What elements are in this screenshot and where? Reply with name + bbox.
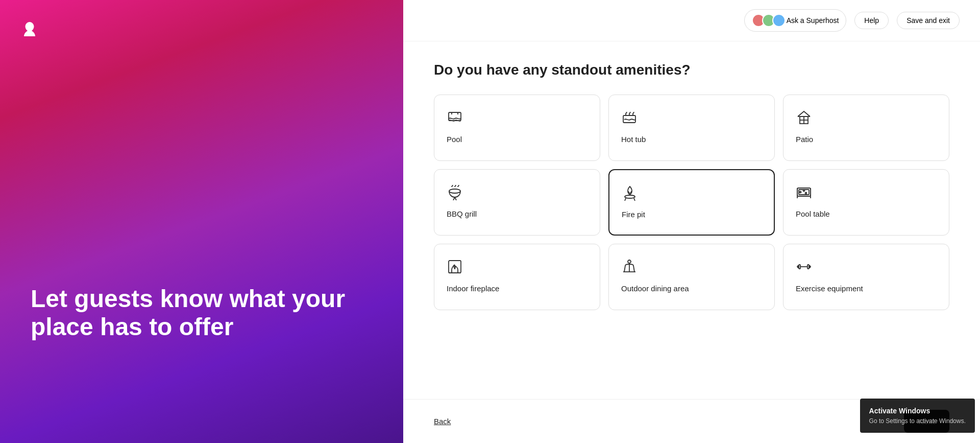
amenity-card-exercise[interactable]: Exercise equipment xyxy=(783,244,949,310)
ask-superhost-button[interactable]: Ask a Superhost xyxy=(744,9,847,32)
main-content: Do you have any standout amenities? Pool xyxy=(403,41,980,399)
svg-point-11 xyxy=(625,195,635,198)
left-panel: Let guests know what your place has to o… xyxy=(0,0,403,443)
pool-icon xyxy=(447,109,463,128)
avatar-group xyxy=(752,14,782,27)
svg-point-23 xyxy=(628,260,631,263)
amenity-card-pool[interactable]: Pool xyxy=(434,95,600,161)
svg-line-26 xyxy=(633,266,634,272)
hot-tub-label: Hot tub xyxy=(621,135,646,144)
windows-activation-title: Activate Windows xyxy=(869,406,966,416)
svg-line-25 xyxy=(624,266,625,272)
outdoor-dining-icon xyxy=(621,259,638,277)
help-button[interactable]: Help xyxy=(854,12,889,29)
amenity-card-pool-table[interactable]: Pool table xyxy=(783,169,949,236)
amenity-grid: Pool Hot tub xyxy=(434,95,949,310)
pool-label: Pool xyxy=(447,135,462,144)
patio-label: Patio xyxy=(796,135,813,144)
amenity-card-indoor-fireplace[interactable]: Indoor fireplace xyxy=(434,244,600,310)
ask-superhost-label: Ask a Superhost xyxy=(787,16,839,25)
patio-icon xyxy=(796,109,812,128)
svg-point-8 xyxy=(449,189,460,193)
amenity-card-bbq[interactable]: BBQ grill xyxy=(434,169,600,236)
exercise-label: Exercise equipment xyxy=(796,284,863,293)
amenity-card-hot-tub[interactable]: Hot tub xyxy=(608,95,775,161)
amenity-card-patio[interactable]: Patio xyxy=(783,95,949,161)
exercise-icon xyxy=(796,259,812,277)
outdoor-dining-label: Outdoor dining area xyxy=(621,284,689,293)
windows-activation-subtitle: Go to Settings to activate Windows. xyxy=(869,416,966,426)
back-button[interactable]: Back xyxy=(434,417,451,426)
bbq-icon xyxy=(447,184,463,202)
svg-line-10 xyxy=(455,197,456,200)
windows-activation-overlay: Activate Windows Go to Settings to activ… xyxy=(860,399,975,433)
airbnb-logo xyxy=(20,20,383,43)
hot-tub-icon xyxy=(621,109,638,128)
svg-point-16 xyxy=(800,192,801,193)
svg-point-18 xyxy=(805,193,807,194)
fire-pit-icon xyxy=(622,184,638,203)
right-panel: Ask a Superhost Help Save and exit Do yo… xyxy=(403,0,980,443)
svg-line-13 xyxy=(634,198,635,201)
left-tagline: Let guests know what your place has to o… xyxy=(31,285,373,341)
top-nav: Ask a Superhost Help Save and exit xyxy=(403,0,980,41)
pool-table-label: Pool table xyxy=(796,209,830,218)
svg-line-12 xyxy=(625,198,626,201)
page-question: Do you have any standout amenities? xyxy=(434,62,949,78)
indoor-fireplace-icon xyxy=(447,259,463,277)
svg-rect-0 xyxy=(449,112,461,121)
avatar-3 xyxy=(772,14,786,27)
svg-rect-15 xyxy=(799,190,809,195)
fire-pit-label: Fire pit xyxy=(622,210,645,219)
bbq-label: BBQ grill xyxy=(447,209,477,218)
svg-point-17 xyxy=(803,190,805,192)
indoor-fireplace-label: Indoor fireplace xyxy=(447,284,499,293)
amenity-card-outdoor-dining[interactable]: Outdoor dining area xyxy=(608,244,775,310)
pool-table-icon xyxy=(796,184,812,202)
amenity-card-fire-pit[interactable]: Fire pit xyxy=(608,169,775,236)
save-exit-button[interactable]: Save and exit xyxy=(897,12,960,29)
